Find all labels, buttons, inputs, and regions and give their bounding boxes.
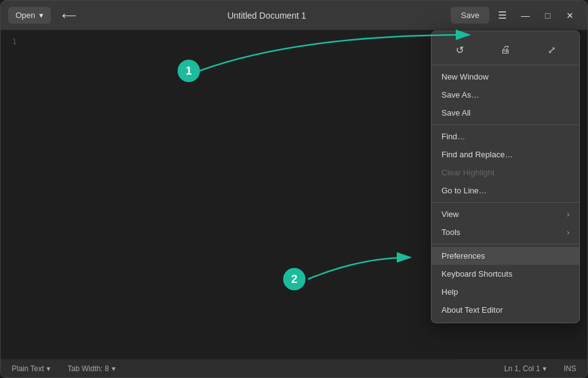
fullscreen-button[interactable]: ⤢: [538, 39, 565, 61]
line-number: 1: [1, 37, 17, 46]
menu-item-about[interactable]: About Text Editor: [432, 301, 579, 319]
close-icon: ✕: [566, 11, 574, 21]
print-button[interactable]: 🖨: [492, 39, 519, 61]
statusbar: Plain Text ▾ Tab Width: 8 ▾ Ln 1, Col 1 …: [1, 359, 587, 377]
annotation-1: 1: [178, 60, 200, 82]
tab-chevron-icon: ▾: [112, 364, 115, 373]
ins-label: INS: [564, 364, 576, 373]
open-chevron-icon: ▾: [39, 11, 43, 20]
reload-icon: ↺: [456, 44, 464, 56]
language-selector[interactable]: Plain Text ▾: [8, 363, 54, 374]
cursor-position[interactable]: Ln 1, Col 1 ▾: [500, 363, 550, 374]
menu-separator-3: [432, 244, 579, 244]
menu-item-save-as[interactable]: Save As…: [432, 86, 579, 104]
menu-item-clear-highlight: Clear Highlight: [432, 164, 579, 182]
annotation-2: 2: [283, 268, 305, 290]
tab-width-selector[interactable]: Tab Width: 8 ▾: [64, 363, 119, 374]
minimize-button[interactable]: —: [515, 6, 535, 25]
open-button[interactable]: Open ▾: [8, 7, 51, 24]
menu-item-new-window[interactable]: New Window: [432, 68, 579, 86]
menu-separator-2: [432, 202, 579, 203]
history-icon: ⟵: [62, 10, 76, 21]
app-window: Open ▾ ⟵ Untitled Document 1 Save ☰ — □: [0, 0, 588, 378]
open-label: Open: [16, 11, 35, 20]
language-chevron-icon: ▾: [47, 364, 50, 373]
document-title: Untitled Document 1: [227, 11, 306, 21]
menu-item-find[interactable]: Find…: [432, 127, 579, 145]
menu-toolbar: ↺ 🖨 ⤢: [432, 35, 579, 65]
menu-item-go-to-line[interactable]: Go to Line…: [432, 182, 579, 200]
line-numbers: 1: [1, 30, 23, 359]
minimize-icon: —: [521, 11, 530, 21]
menu-item-find-replace[interactable]: Find and Replace…: [432, 145, 579, 164]
menu-item-help[interactable]: Help: [432, 283, 579, 301]
menu-item-preferences[interactable]: Preferences: [432, 247, 579, 265]
save-button[interactable]: Save: [451, 7, 489, 24]
position-label: Ln 1, Col 1: [504, 364, 540, 373]
titlebar: Open ▾ ⟵ Untitled Document 1 Save ☰ — □: [1, 1, 587, 30]
tab-width-label: Tab Width: 8: [68, 364, 109, 373]
maximize-icon: □: [545, 11, 550, 21]
ins-mode: INS: [560, 363, 580, 374]
tools-arrow-icon: ›: [567, 228, 569, 237]
menu-item-save-all[interactable]: Save All: [432, 104, 579, 122]
language-label: Plain Text: [12, 364, 44, 373]
menu-separator-1: [432, 124, 579, 125]
history-button[interactable]: ⟵: [56, 6, 83, 25]
view-arrow-icon: ›: [567, 210, 569, 219]
hamburger-icon: ☰: [498, 10, 507, 21]
position-chevron-icon: ▾: [543, 364, 546, 373]
maximize-button[interactable]: □: [538, 6, 558, 25]
close-button[interactable]: ✕: [560, 6, 580, 25]
hamburger-menu-button[interactable]: ☰: [492, 6, 513, 25]
menu-item-keyboard-shortcuts[interactable]: Keyboard Shortcuts: [432, 265, 579, 283]
menu-item-view[interactable]: View ›: [432, 205, 579, 223]
menu-item-tools[interactable]: Tools ›: [432, 223, 579, 241]
print-icon: 🖨: [500, 44, 510, 55]
fullscreen-icon: ⤢: [548, 44, 556, 56]
reload-button[interactable]: ↺: [446, 39, 473, 61]
hamburger-dropdown: ↺ 🖨 ⤢ New Window Save As… Save All Find……: [431, 30, 580, 323]
